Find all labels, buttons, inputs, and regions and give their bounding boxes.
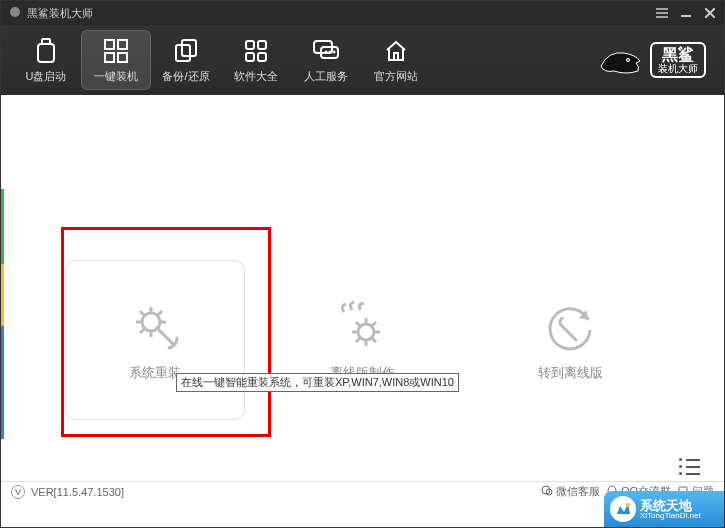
toolbar-label: U盘启动 <box>26 69 67 84</box>
svg-rect-11 <box>105 53 114 62</box>
tooltip: 在线一键智能重装系统，可重装XP,WIN7,WIN8或WIN10 <box>176 373 459 392</box>
list-toggle-button[interactable] <box>679 458 700 475</box>
toolbar-item-website[interactable]: 官方网站 <box>361 30 431 90</box>
toolbar-label: 官方网站 <box>374 69 418 84</box>
toolbar-label: 人工服务 <box>304 69 348 84</box>
svg-rect-18 <box>258 53 266 61</box>
svg-rect-10 <box>118 40 127 49</box>
version-text: VER[11.5.47.1530] <box>31 486 124 498</box>
watermark: 系统天地 XiTongTianDi.net <box>604 491 724 527</box>
card-offline-make[interactable]: 离线版制作 <box>272 260 452 420</box>
gear-wrench-icon <box>127 298 183 354</box>
home-icon <box>382 37 410 65</box>
version-badge-icon: V <box>11 485 25 499</box>
app-icon <box>9 6 21 20</box>
chat-icon <box>312 37 340 65</box>
refresh-wrench-icon <box>542 298 598 354</box>
titlebar: 黑鲨装机大师 <box>1 1 724 25</box>
offline-gear-icon <box>334 298 390 354</box>
brand-logo: 黑鲨 装机大师 <box>596 41 714 79</box>
close-icon[interactable] <box>704 7 716 19</box>
svg-rect-8 <box>38 44 54 62</box>
card-label: 系统重装 <box>129 364 181 382</box>
toolbar-item-support[interactable]: 人工服务 <box>291 30 361 90</box>
watermark-title: 系统天地 <box>640 499 701 512</box>
card-system-reinstall[interactable]: 系统重装 <box>65 260 245 420</box>
brand-subtitle: 装机大师 <box>658 63 698 74</box>
svg-point-22 <box>329 51 330 52</box>
windows-icon <box>102 37 130 65</box>
toolbar-label: 备份/还原 <box>162 69 209 84</box>
wechat-icon <box>541 485 553 499</box>
card-label: 转到离线版 <box>538 364 603 382</box>
toolbar-label: 软件大全 <box>234 69 278 84</box>
svg-rect-17 <box>246 53 254 61</box>
copy-icon <box>172 37 200 65</box>
svg-rect-9 <box>105 40 114 49</box>
menu-icon[interactable] <box>656 7 668 19</box>
minimize-icon[interactable] <box>680 7 692 19</box>
svg-point-21 <box>325 51 326 52</box>
svg-point-23 <box>333 51 334 52</box>
svg-point-27 <box>358 324 374 340</box>
svg-point-25 <box>627 59 629 61</box>
toolbar-item-software[interactable]: 软件大全 <box>221 30 291 90</box>
toolbar-item-usb-boot[interactable]: U盘启动 <box>11 30 81 90</box>
main-toolbar: U盘启动 一键装机 备份/还原 软件大全 人工服务 官方网站 <box>1 25 724 95</box>
toolbar-item-backup-restore[interactable]: 备份/还原 <box>151 30 221 90</box>
wechat-support-link[interactable]: 微信客服 <box>541 484 600 499</box>
svg-rect-15 <box>246 41 254 49</box>
svg-rect-16 <box>258 41 266 49</box>
brand-title: 黑鲨 <box>658 46 698 64</box>
apps-icon <box>242 37 270 65</box>
app-title: 黑鲨装机大师 <box>27 6 93 21</box>
svg-point-0 <box>10 7 20 17</box>
svg-point-32 <box>626 503 630 507</box>
watermark-url: XiTongTianDi.net <box>640 512 701 520</box>
toolbar-item-one-click-install[interactable]: 一键装机 <box>81 30 151 90</box>
watermark-icon <box>610 496 636 522</box>
svg-rect-12 <box>118 53 127 62</box>
card-goto-offline[interactable]: 转到离线版 <box>480 260 660 420</box>
main-content: 系统重装 离线版制作 转到离线版 在线一键智能重 <box>1 95 724 485</box>
shark-icon <box>596 41 644 79</box>
toolbar-label: 一键装机 <box>94 69 138 84</box>
usb-icon <box>32 37 60 65</box>
